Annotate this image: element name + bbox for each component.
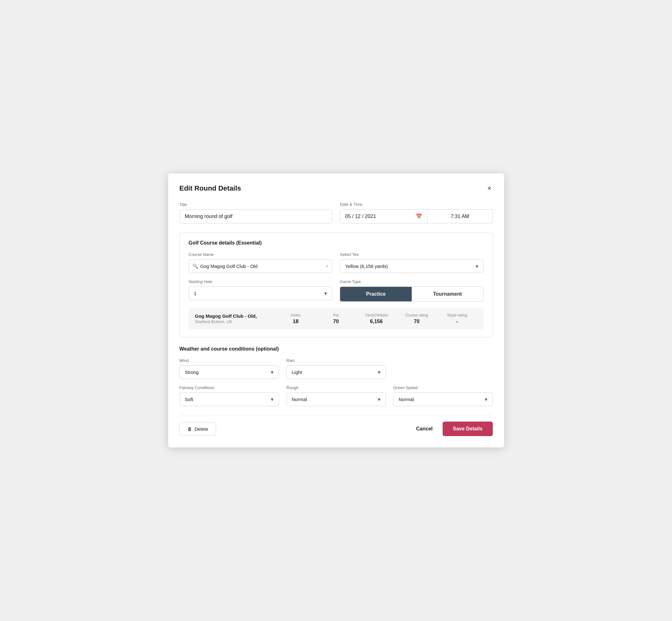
select-tee-col: Select Tee Yellow (6,156 yards) White Re…	[340, 252, 484, 273]
trash-icon: 🗑	[187, 426, 192, 432]
hole-gametype-row: Starting Hole 1234 5678 910 ▼ Game Type …	[189, 279, 484, 302]
game-type-col: Game Type Practice Tournament	[340, 279, 484, 302]
holes-label: Holes	[276, 313, 316, 318]
starting-hole-label: Starting Hole	[189, 279, 333, 284]
course-name-col: Course Name 🔍 ×	[189, 252, 333, 273]
yards-label: Yards(Yellow)	[356, 313, 396, 318]
green-speed-dropdown[interactable]: SlowNormalFastVery Fast	[393, 392, 493, 406]
par-stat: Par 70	[316, 313, 356, 324]
practice-button[interactable]: Practice	[340, 287, 412, 301]
rough-label: Rough	[287, 385, 386, 390]
par-label: Par	[316, 313, 356, 318]
time-input[interactable]: 7:31 AM	[427, 209, 493, 223]
course-name-label: Course Name	[189, 252, 333, 257]
date-input[interactable]: 05 / 12 / 2021 📅	[340, 209, 427, 223]
par-value: 70	[316, 319, 356, 324]
modal-title: Edit Round Details	[179, 184, 241, 193]
holes-stat: Holes 18	[276, 313, 316, 324]
wind-col: Wind CalmLightModerate StrongVery Strong…	[179, 358, 279, 379]
save-button[interactable]: Save Details	[443, 422, 493, 436]
slope-rating-stat: Slope rating -	[437, 313, 477, 324]
green-speed-col: Green Speed SlowNormalFastVery Fast ▼	[393, 385, 493, 406]
slope-rating-label: Slope rating	[437, 313, 477, 318]
course-info-location: Shelford Bottom, UK	[195, 319, 276, 324]
weather-title: Weather and course conditions (optional)	[179, 346, 493, 352]
course-rating-stat: Course rating 70	[396, 313, 437, 324]
calendar-icon: 📅	[416, 213, 422, 219]
edit-round-modal: Edit Round Details × Title Date & Time 0…	[168, 173, 504, 448]
rough-wrap: SoftNormalHard ▼	[287, 392, 386, 406]
title-input[interactable]	[179, 210, 333, 223]
starting-hole-dropdown[interactable]: 1234 5678 910	[189, 287, 333, 300]
course-name-wrap: 🔍 ×	[189, 259, 333, 273]
course-name-tee-row: Course Name 🔍 × Select Tee Yellow (6,156…	[189, 252, 484, 273]
yards-stat: Yards(Yellow) 6,156	[356, 313, 396, 324]
holes-value: 18	[276, 319, 316, 324]
course-info-name-text: Gog Magog Golf Club - Old,	[195, 313, 276, 319]
weather-section: Weather and course conditions (optional)…	[179, 346, 493, 406]
title-label: Title	[179, 202, 333, 207]
course-info-row: Gog Magog Golf Club - Old, Shelford Bott…	[189, 308, 484, 329]
modal-header: Edit Round Details ×	[179, 184, 493, 193]
yards-value: 6,156	[356, 319, 396, 324]
fairway-col: Fairway Conditions SoftNormalHardWet ▼	[179, 385, 279, 406]
game-type-toggle: Practice Tournament	[340, 287, 484, 302]
select-tee-wrap: Yellow (6,156 yards) White Red Blue ▼	[340, 259, 484, 273]
search-icon: 🔍	[193, 263, 199, 269]
datetime-row: 05 / 12 / 2021 📅 7:31 AM	[340, 209, 493, 223]
slope-rating-value: -	[437, 319, 477, 324]
fairway-wrap: SoftNormalHardWet ▼	[179, 392, 279, 406]
green-speed-wrap: SlowNormalFastVery Fast ▼	[393, 392, 493, 406]
select-tee-dropdown[interactable]: Yellow (6,156 yards) White Red Blue	[340, 259, 484, 273]
wind-wrap: CalmLightModerate StrongVery Strong ▼	[179, 365, 279, 379]
cancel-button[interactable]: Cancel	[414, 422, 435, 436]
delete-label: Delete	[195, 426, 208, 432]
wind-rain-row: Wind CalmLightModerate StrongVery Strong…	[179, 358, 493, 379]
top-row: Title Date & Time 05 / 12 / 2021 📅 7:31 …	[179, 202, 493, 223]
time-value: 7:31 AM	[451, 214, 469, 219]
select-tee-label: Select Tee	[340, 252, 484, 257]
green-speed-label: Green Speed	[393, 385, 493, 390]
rain-wrap: NoneLightModerateHeavy ▼	[287, 365, 386, 379]
datetime-field-group: Date & Time 05 / 12 / 2021 📅 7:31 AM	[340, 202, 493, 223]
rain-dropdown[interactable]: NoneLightModerateHeavy	[287, 365, 386, 379]
starting-hole-col: Starting Hole 1234 5678 910 ▼	[189, 279, 333, 302]
course-rating-label: Course rating	[396, 313, 437, 318]
footer-right: Cancel Save Details	[414, 422, 493, 436]
title-field-group: Title	[179, 202, 333, 223]
course-name-input[interactable]	[189, 259, 333, 273]
close-button[interactable]: ×	[486, 184, 493, 193]
date-value: 05 / 12 / 2021	[345, 214, 376, 219]
footer-row: 🗑 Delete Cancel Save Details	[179, 422, 493, 436]
wind-dropdown[interactable]: CalmLightModerate StrongVery Strong	[179, 365, 279, 379]
datetime-label: Date & Time	[340, 202, 493, 207]
course-rating-value: 70	[396, 319, 437, 324]
starting-hole-wrap: 1234 5678 910 ▼	[189, 287, 333, 300]
tournament-button[interactable]: Tournament	[412, 287, 483, 301]
footer-divider	[179, 415, 493, 415]
rough-dropdown[interactable]: SoftNormalHard	[287, 392, 386, 406]
course-section-title: Golf Course details (Essential)	[189, 240, 484, 246]
clear-icon[interactable]: ×	[326, 263, 328, 269]
fairway-dropdown[interactable]: SoftNormalHardWet	[179, 392, 279, 406]
game-type-label: Game Type	[340, 279, 484, 284]
course-section: Golf Course details (Essential) Course N…	[179, 232, 493, 337]
rain-label: Rain	[287, 358, 386, 363]
course-info-name: Gog Magog Golf Club - Old, Shelford Bott…	[195, 313, 276, 324]
rough-col: Rough SoftNormalHard ▼	[287, 385, 386, 406]
delete-button[interactable]: 🗑 Delete	[179, 422, 216, 436]
rain-col: Rain NoneLightModerateHeavy ▼	[287, 358, 386, 379]
conditions-row: Fairway Conditions SoftNormalHardWet ▼ R…	[179, 385, 493, 406]
wind-label: Wind	[179, 358, 279, 363]
fairway-label: Fairway Conditions	[179, 385, 279, 390]
